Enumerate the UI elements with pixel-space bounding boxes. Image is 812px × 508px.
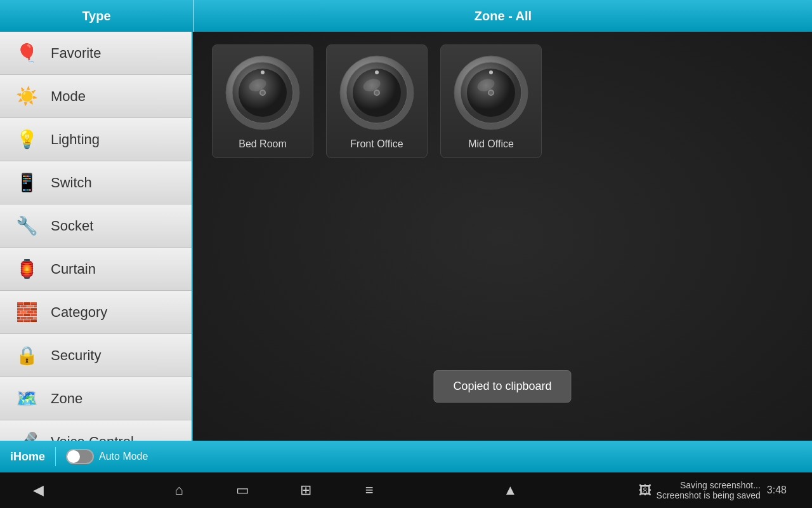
scan-button[interactable]: ⊞ <box>293 478 318 503</box>
sidebar-item-voice_control[interactable]: 🎤 Voice Control <box>0 420 192 441</box>
knob-bed-room <box>225 55 301 131</box>
sidebar-item-favorite[interactable]: 🎈 Favorite <box>0 32 192 75</box>
auto-mode-toggle[interactable]: Auto Mode <box>66 449 148 464</box>
zone-card-mid-office[interactable]: Mid Office <box>440 44 542 158</box>
category-label: Category <box>51 304 107 321</box>
switch-label: Switch <box>51 175 92 191</box>
curtain-label: Curtain <box>51 261 96 277</box>
lighting-icon: 💡 <box>13 126 41 154</box>
voice_control-icon: 🎤 <box>13 428 41 441</box>
svg-point-19 <box>489 91 493 95</box>
zone-name-mid-office: Mid Office <box>468 138 514 150</box>
brand-label: iHome <box>10 450 45 464</box>
socket-icon: 🔧 <box>13 212 41 240</box>
socket-label: Socket <box>51 218 93 234</box>
bottom-bar: iHome Auto Mode <box>0 441 812 472</box>
sidebar-item-category[interactable]: 🧱 Category <box>0 291 192 334</box>
switch-icon: 📱 <box>13 169 41 197</box>
sidebar-item-lighting[interactable]: 💡 Lighting <box>0 118 192 161</box>
nav-right: 🖼 Saving screenshot... Screenshot is bei… <box>639 480 787 500</box>
mode-label: Mode <box>51 88 86 105</box>
zone-icon: 🗺️ <box>13 385 41 413</box>
knob-mid-office <box>453 55 529 131</box>
header-zone-label: Zone - All <box>194 9 812 23</box>
nav-bar: ◀ ⌂ ▭ ⊞ ≡ ▲ 🖼 Saving screenshot... Scree… <box>0 472 812 508</box>
home-button[interactable]: ⌂ <box>166 478 192 503</box>
mode-icon: ☀️ <box>13 83 41 110</box>
time-display: 3:48 <box>767 485 787 496</box>
sidebar-item-zone[interactable]: 🗺️ Zone <box>0 377 192 420</box>
svg-point-5 <box>261 91 265 95</box>
svg-point-12 <box>375 91 379 95</box>
auto-mode-label: Auto Mode <box>99 451 148 462</box>
nav-center: ⌂ ▭ ⊞ ≡ <box>166 478 382 503</box>
notification-title: Saving screenshot... <box>657 480 761 490</box>
zone-card-front-office[interactable]: Front Office <box>326 44 428 158</box>
knob-front-office <box>339 55 415 131</box>
sidebar: 🎈 Favorite ☀️ Mode 💡 Lighting 📱 Switch 🔧… <box>0 32 193 441</box>
favorite-label: Favorite <box>51 45 101 62</box>
favorite-icon: 🎈 <box>13 39 41 67</box>
header-type-label: Type <box>0 9 193 23</box>
zone-card-bed-room[interactable]: Bed Room <box>212 44 313 158</box>
main-layout: 🎈 Favorite ☀️ Mode 💡 Lighting 📱 Switch 🔧… <box>0 32 812 441</box>
header: Type Zone - All <box>0 0 812 32</box>
security-icon: 🔒 <box>13 342 41 370</box>
recents-button[interactable]: ▭ <box>230 478 255 503</box>
curtain-icon: 🏮 <box>13 255 41 283</box>
lighting-label: Lighting <box>51 131 100 148</box>
clipboard-toast: Copied to clipboard <box>433 370 571 403</box>
notification-area: 🖼 Saving screenshot... Screenshot is bei… <box>639 480 761 500</box>
notification-text: Saving screenshot... Screenshot is being… <box>657 480 761 500</box>
notification-sub: Screenshot is being saved <box>657 490 761 500</box>
voice_control-label: Voice Control <box>51 434 134 441</box>
sidebar-item-security[interactable]: 🔒 Security <box>0 334 192 377</box>
toggle-thumb <box>67 450 80 463</box>
zone-name-bed-room: Bed Room <box>239 138 287 150</box>
security-label: Security <box>51 347 101 364</box>
content-area: Bed Room <box>193 32 812 441</box>
category-icon: 🧱 <box>13 298 41 326</box>
zone-name-front-office: Front Office <box>350 138 403 150</box>
svg-point-13 <box>375 70 379 74</box>
zone-label: Zone <box>51 391 82 407</box>
screenshot-icon: 🖼 <box>639 483 652 498</box>
menu-button[interactable]: ≡ <box>357 478 382 503</box>
sidebar-item-mode[interactable]: ☀️ Mode <box>0 75 192 118</box>
svg-point-20 <box>489 70 493 74</box>
sidebar-item-curtain[interactable]: 🏮 Curtain <box>0 248 192 291</box>
up-button[interactable]: ▲ <box>497 478 523 503</box>
sidebar-item-socket[interactable]: 🔧 Socket <box>0 204 192 248</box>
auto-mode-switch[interactable] <box>66 449 94 464</box>
zones-grid: Bed Room <box>193 32 812 171</box>
sidebar-item-switch[interactable]: 📱 Switch <box>0 161 192 204</box>
bottom-divider <box>55 447 56 466</box>
back-button[interactable]: ◀ <box>25 478 51 503</box>
svg-point-6 <box>261 70 265 74</box>
